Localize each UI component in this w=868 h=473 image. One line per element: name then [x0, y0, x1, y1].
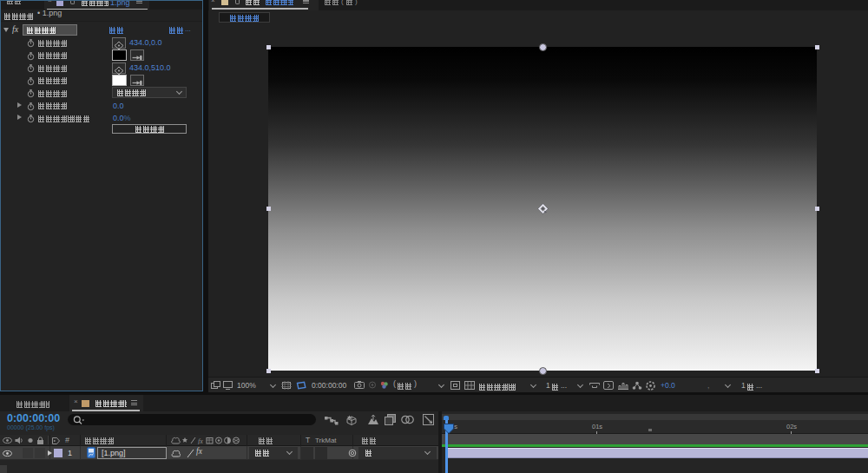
svg-text:fx: fx [198, 437, 203, 444]
